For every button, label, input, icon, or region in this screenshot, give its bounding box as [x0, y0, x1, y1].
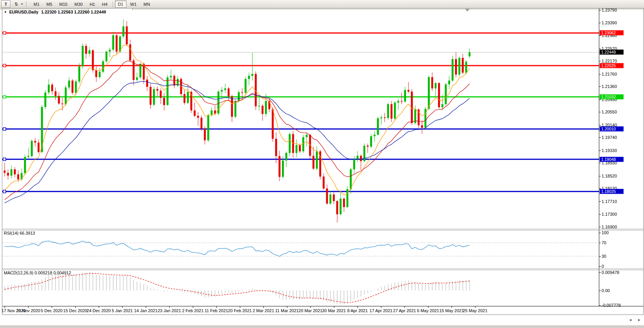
date-tick-mark: [263, 306, 264, 308]
date-tick-label: 23 Jan 2021: [158, 308, 181, 313]
rsi-tick-mark: [599, 266, 601, 267]
date-tick-label: 5 Dec 2020: [41, 308, 62, 313]
chart-ohlc-values: 1.22320 1.22563 1.22260 1.22449: [41, 10, 106, 14]
price-tick-mark: [599, 137, 601, 138]
date-tick-label: 30 Mar 2021: [322, 308, 346, 313]
macd-tick-mark: [599, 305, 601, 306]
date-tick-label: 6 May 2021: [417, 308, 439, 313]
date-tick-label: 15 Dec 2020: [63, 308, 87, 313]
price-tick-mark: [599, 125, 601, 125]
price-tick-mark: [599, 100, 601, 100]
date-tick-mark: [428, 306, 428, 308]
date-tick-label: 2 Feb 2021: [182, 308, 204, 313]
rsi-tick-mark: [599, 243, 601, 243]
tab-scroll-arrows: ◄ ►: [629, 318, 641, 322]
date-tick-label: 14 Jan 2021: [134, 308, 158, 313]
price-tick-label: 1.21760: [602, 72, 617, 76]
tab-scroll-right-icon[interactable]: ►: [637, 318, 641, 322]
price-tick-mark: [599, 201, 601, 202]
price-tick-mark: [599, 23, 601, 23]
price-tick-label: 1.22170: [602, 59, 617, 63]
rsi-tick-mark: [599, 256, 601, 257]
price-tick-label: 1.17300: [602, 212, 617, 216]
date-tick-label: 20 Mar 2021: [298, 308, 322, 313]
chart-title: ▼ EURUSD,Daily 1.22320 1.22563 1.22260 1…: [4, 10, 106, 14]
price-level-badge: 1.19048: [600, 157, 624, 162]
macd-tick-label: -0.007778: [602, 303, 621, 308]
date-tick-mark: [405, 306, 405, 308]
current-price-badge: 1.22449: [600, 50, 624, 55]
date-tick-mark: [452, 306, 452, 308]
price-tick-label: 1.16900: [602, 225, 617, 229]
macd-tick-mark: [599, 272, 601, 273]
date-tick-label: 15 May 2021: [439, 308, 464, 313]
date-tick-label: 8 Apr 2021: [347, 308, 368, 313]
price-tick-label: 1.23790: [602, 8, 617, 12]
macd-label: MACD(12,26,9) 0.005218 0.004912: [4, 271, 71, 275]
date-tick-mark: [146, 306, 146, 308]
chart-symbol-timeframe: EURUSD,Daily: [9, 10, 39, 14]
date-tick-mark: [357, 306, 358, 308]
price-level-badge: 1.21032: [600, 94, 624, 99]
price-tick-mark: [599, 86, 601, 87]
date-tick-mark: [193, 306, 193, 308]
price-tick-mark: [599, 163, 601, 163]
date-tick-mark: [122, 306, 123, 308]
price-tick-label: 1.18520: [602, 174, 617, 178]
macd-tick-label: 0.009478: [602, 270, 619, 275]
date-tick-mark: [5, 306, 5, 308]
price-tick-label: 1.19330: [602, 148, 617, 153]
date-tick-mark: [216, 306, 217, 308]
price-tick-label: 1.23390: [602, 20, 617, 25]
price-tick-mark: [599, 49, 601, 49]
triangle-down-icon: ▼: [4, 10, 7, 14]
price-tick-label: 1.21360: [602, 84, 617, 89]
rsi-tick-label: 0: [602, 264, 604, 269]
date-tick-mark: [334, 306, 334, 308]
price-tick-mark: [599, 214, 601, 215]
date-tick-label: 11 Feb 2021: [205, 308, 228, 313]
date-tick-label: 2 Mar 2021: [253, 308, 274, 313]
rsi-tick-mark: [599, 233, 601, 233]
price-level-badge: 1.20010: [600, 127, 624, 132]
chart-shift-marker-icon[interactable]: [465, 9, 470, 12]
price-tick-label: 1.19740: [602, 135, 617, 140]
date-tick-mark: [75, 306, 76, 308]
date-tick-mark: [381, 306, 381, 308]
date-tick-label: 26 Nov 2020: [16, 308, 40, 313]
price-level-badge: 1.23062: [600, 30, 624, 36]
date-tick-label: 27 Apr 2021: [393, 308, 416, 313]
date-tick-mark: [52, 306, 52, 308]
price-level-badge: 1.22025: [600, 63, 624, 68]
rsi-tick-label: 70: [602, 240, 606, 245]
tab-scroll-left-icon[interactable]: ◄: [629, 318, 632, 322]
macd-tick-label: 0.00: [602, 288, 610, 293]
price-tick-mark: [599, 61, 601, 61]
rsi-tick-label: 100: [602, 230, 609, 235]
date-tick-mark: [169, 306, 170, 308]
date-tick-label: 20 Feb 2021: [228, 308, 252, 313]
date-tick-label: 24 Dec 2020: [87, 308, 111, 313]
price-tick-mark: [599, 227, 601, 227]
date-tick-mark: [28, 306, 29, 308]
price-tick-mark: [599, 74, 601, 74]
date-tick-mark: [99, 306, 99, 308]
mt4-window: T ⇅ ▾ M1M5M15M30H1H4D1W1MN ▼ EURUSD,Dail…: [0, 0, 644, 328]
price-tick-mark: [599, 10, 601, 10]
date-tick-mark: [240, 306, 240, 308]
rsi-tick-label: 30: [602, 254, 606, 259]
date-tick-mark: [475, 306, 475, 308]
date-tick-label: 25 May 2021: [463, 308, 487, 313]
date-tick-mark: [310, 306, 311, 308]
date-tick-mark: [287, 306, 287, 308]
price-tick-label: 1.17710: [602, 199, 617, 204]
macd-tick-mark: [599, 291, 601, 291]
price-tick-mark: [599, 36, 601, 36]
price-tick-mark: [599, 150, 601, 151]
price-level-badge: 1.18025: [600, 189, 624, 194]
rsi-label: RSI(14) 66.3913: [4, 231, 35, 235]
date-tick-label: 11 Mar 2021: [275, 308, 299, 313]
price-tick-mark: [599, 176, 601, 176]
status-strip: [0, 325, 644, 328]
chart-canvas: [0, 0, 644, 328]
